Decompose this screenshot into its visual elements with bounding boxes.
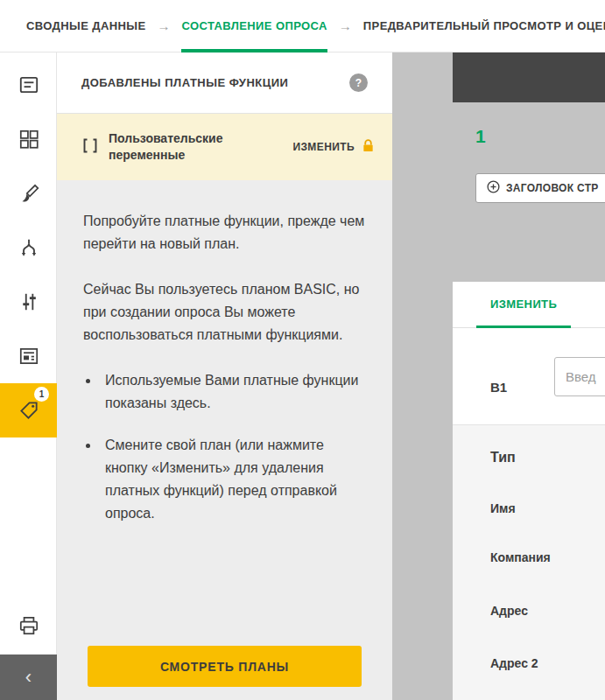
custom-variables-icon	[81, 137, 99, 158]
page-title-button[interactable]: ЗАГОЛОВОК СТР	[475, 173, 605, 203]
nav-preview[interactable]: ПРЕДВАРИТЕЛЬНЫЙ ПРОСМОТР И ОЦЕНКА	[363, 0, 605, 52]
page-number: 1	[475, 126, 486, 147]
help-icon[interactable]: ?	[349, 74, 368, 92]
field-label: Адрес 2	[490, 656, 538, 670]
panel-bullet: Смените свой план (или нажмите кнопку «И…	[100, 434, 366, 525]
logic-button[interactable]	[0, 220, 57, 275]
format-image-icon	[18, 345, 40, 368]
feature-row: Пользовательские переменные ИЗМЕНИТЬ	[57, 114, 392, 180]
sliders-icon	[18, 290, 40, 313]
feature-label: Пользовательские переменные	[109, 130, 256, 164]
lock-icon	[362, 138, 375, 156]
tab-edit[interactable]: ИЗМЕНИТЬ	[476, 282, 571, 328]
contact-fields-section: Тип Имя Компания Адрес Адрес 2	[453, 424, 605, 700]
view-plans-button[interactable]: СМОТРЕТЬ ПЛАНЫ	[88, 646, 362, 687]
page-title-button-label: ЗАГОЛОВОК СТР	[506, 182, 599, 194]
builder-icon	[18, 74, 40, 96]
chevron-left-icon: ‹	[25, 666, 32, 689]
question-bank-icon	[18, 128, 40, 150]
options-button[interactable]	[0, 275, 57, 329]
panel-paragraph: Попробуйте платные функции, прежде чем п…	[83, 210, 366, 256]
panel-bullet: Используемые Вами платные функции показа…	[100, 369, 366, 415]
nav-arrow-icon: →	[157, 18, 170, 33]
paid-features-panel: ДОБАВЛЕНЫ ПЛАТНЫЕ ФУНКЦИИ ? Пользователь…	[57, 52, 392, 700]
question-card: ИЗМЕНИТЬ B1 Тип Имя Компания Адрес Адрес…	[453, 282, 605, 700]
question-tabbar: ИЗМЕНИТЬ	[453, 282, 605, 328]
panel-bullet-list: Используемые Вами платные функции показа…	[100, 369, 366, 525]
builder-button[interactable]	[0, 58, 57, 112]
feature-edit-button[interactable]: ИЗМЕНИТЬ	[292, 138, 375, 156]
nav-design-label: СОСТАВЛЕНИЕ ОПРОСА	[181, 19, 327, 32]
question-code: B1	[490, 380, 507, 395]
panel-body: Попробуйте платные функции, прежде чем п…	[57, 180, 392, 525]
icon-rail: 1 ‹	[0, 52, 57, 700]
field-label: Тип	[490, 450, 516, 466]
paid-features-button[interactable]: 1	[0, 383, 57, 438]
panel-header: ДОБАВЛЕНЫ ПЛАТНЫЕ ФУНКЦИИ ?	[57, 52, 392, 114]
panel-paragraph: Сейчас Вы пользуетесь планом BASIC, но п…	[83, 278, 366, 346]
nav-summary[interactable]: СВОДНЫЕ ДАННЫЕ	[26, 0, 145, 52]
survey-canvas: 1 ЗАГОЛОВОК СТР ИЗМЕНИТЬ B1 Тип Имя Комп…	[392, 52, 605, 700]
add-icon	[487, 180, 500, 196]
printer-icon	[18, 614, 40, 637]
field-label: Компания	[490, 550, 551, 564]
nav-design[interactable]: СОСТАВЛЕНИЕ ОПРОСА	[181, 0, 327, 52]
print-button[interactable]	[0, 598, 57, 653]
collapse-panel-button[interactable]: ‹	[0, 654, 57, 700]
top-nav: СВОДНЫЕ ДАННЫЕ → СОСТАВЛЕНИЕ ОПРОСА → ПР…	[0, 0, 605, 52]
themes-button[interactable]	[0, 166, 57, 220]
format-button[interactable]	[0, 329, 57, 383]
paintbrush-icon	[18, 182, 40, 205]
nav-summary-label: СВОДНЫЕ ДАННЫЕ	[26, 19, 145, 32]
app-root: СВОДНЫЕ ДАННЫЕ → СОСТАВЛЕНИЕ ОПРОСА → ПР…	[0, 0, 605, 700]
tag-icon	[18, 399, 40, 422]
nav-arrow-icon: →	[339, 18, 352, 33]
question-text-input[interactable]	[554, 357, 605, 396]
paid-features-count-badge: 1	[34, 387, 49, 402]
branch-logic-icon	[18, 236, 40, 259]
feature-edit-label: ИЗМЕНИТЬ	[292, 141, 355, 153]
field-label: Адрес	[490, 604, 528, 618]
question-bank-button[interactable]	[0, 112, 57, 166]
nav-preview-label: ПРЕДВАРИТЕЛЬНЫЙ ПРОСМОТР И ОЦЕНКА	[363, 19, 605, 32]
panel-title: ДОБАВЛЕНЫ ПЛАТНЫЕ ФУНКЦИИ	[81, 76, 288, 89]
survey-title-bar	[453, 52, 605, 102]
field-label: Имя	[490, 501, 516, 515]
